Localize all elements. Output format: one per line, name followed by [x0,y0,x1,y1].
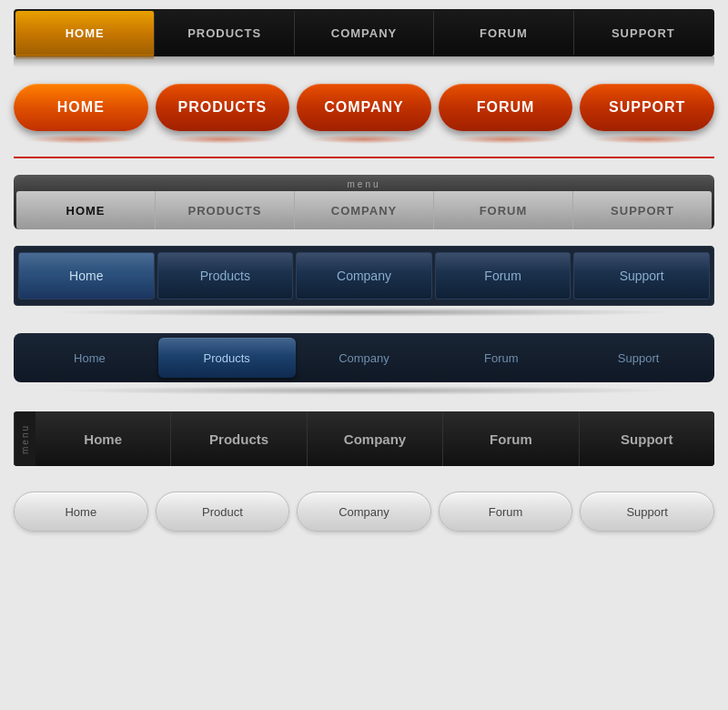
nav6-item-support[interactable]: Support [580,411,714,466]
nav2-item-company[interactable]: COMPANY [297,84,431,131]
nav2-item-products[interactable]: PRODUCTS [156,84,290,131]
nav5-item-company[interactable]: Company [296,338,433,378]
nav2-item-support[interactable]: SUPPORT [580,84,714,131]
nav7-item-product[interactable]: Product [156,492,290,532]
nav-bar-7: HomeProductCompanyForumSupport [14,482,714,541]
nav5-item-home[interactable]: Home [21,338,158,378]
nav5-item-forum[interactable]: Forum [432,338,570,378]
nav5-item-products[interactable]: Products [158,338,296,378]
nav6-menu-label: menu [14,411,35,466]
nav3-item-support[interactable]: SUPPORT [573,191,712,229]
nav-bar-4: HomeProductsCompanyForumSupport [14,246,714,306]
nav3-item-forum[interactable]: FORUM [434,191,573,229]
nav-bar-5-outer: HomeProductsCompanyForumSupport [14,333,714,395]
nav4-item-products[interactable]: Products [157,252,294,299]
nav-bar-5: HomeProductsCompanyForumSupport [14,333,714,382]
nav4-item-home[interactable]: Home [18,252,155,299]
nav-bar-3: HOMEPRODUCTSCOMPANYFORUMSUPPORT [16,191,712,229]
nav7-item-support[interactable]: Support [580,492,714,532]
nav6-item-forum[interactable]: Forum [443,411,579,466]
nav-bar-4-outer: HomeProductsCompanyForumSupport [14,246,714,317]
nav-bar-1: HOMEPRODUCTSCOMPANYFORUMSUPPORT [14,9,714,56]
nav4-item-company[interactable]: Company [296,252,432,299]
nav5-item-support[interactable]: Support [570,338,707,378]
nav7-item-company[interactable]: Company [297,492,431,532]
nav7-item-forum[interactable]: Forum [439,492,573,532]
nav6-items-row: HomeProductsCompanyForumSupport [35,411,714,466]
nav6-item-products[interactable]: Products [171,411,307,466]
nav1-item-forum[interactable]: FORUM [434,11,573,55]
nav-bar-6: menu HomeProductsCompanyForumSupport [14,411,714,466]
nav3-item-company[interactable]: COMPANY [295,191,434,229]
nav2-item-home[interactable]: HOME [14,84,148,131]
nav7-item-home[interactable]: Home [14,492,148,532]
nav1-item-company[interactable]: COMPANY [295,11,434,55]
nav3-menu-label: menu [16,178,712,191]
nav4-item-forum[interactable]: Forum [435,252,571,299]
nav-bar-2-wrapper: HOMEPRODUCTSCOMPANYFORUMSUPPORT [14,73,714,158]
nav6-item-home[interactable]: Home [35,411,171,466]
nav-bar-3-wrapper: menu HOMEPRODUCTSCOMPANYFORUMSUPPORT [14,175,714,229]
nav6-item-company[interactable]: Company [308,411,443,466]
nav3-item-products[interactable]: PRODUCTS [156,191,295,229]
nav1-item-support[interactable]: SUPPORT [574,11,713,55]
nav2-item-forum[interactable]: FORUM [439,84,573,131]
nav1-item-products[interactable]: PRODUCTS [155,11,294,55]
nav3-item-home[interactable]: HOME [16,191,156,229]
nav4-item-support[interactable]: Support [573,252,710,299]
nav1-item-home[interactable]: HOME [15,11,155,55]
nav-bar-2: HOMEPRODUCTSCOMPANYFORUMSUPPORT [14,76,714,138]
